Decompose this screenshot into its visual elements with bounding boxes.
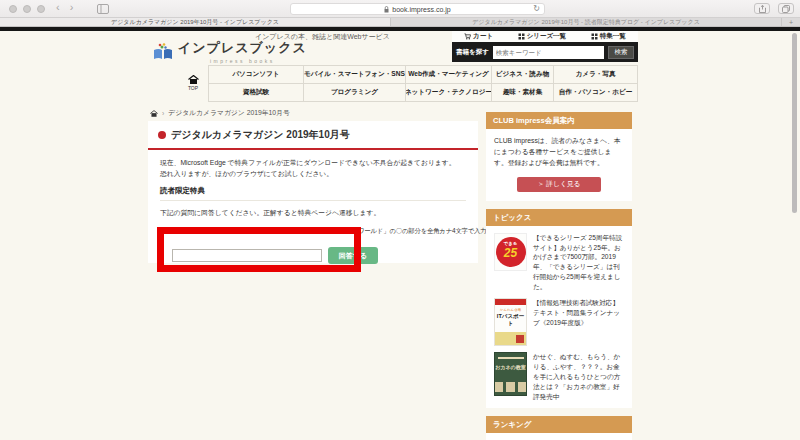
topic-item-dekiru25[interactable]: できる 25 【できるシリーズ 25周年特設サイト】ありがとう25年。おかげさま… xyxy=(494,233,624,292)
new-tab-button[interactable]: + xyxy=(782,18,800,26)
club-impress-panel: CLUB impress会員案内 CLUB impressは、読者のみなさまへ、… xyxy=(486,112,632,201)
search-input[interactable] xyxy=(493,46,604,59)
tab-bonus-blog[interactable]: デジタルカメラマガジン 2019年10月号 - 読者限定特典ブログ - インプレ… xyxy=(391,18,782,26)
nav-item-programming[interactable]: プログラミング xyxy=(304,84,406,102)
logo-title: インプレスブックス xyxy=(178,39,307,57)
search-button[interactable]: 検索 xyxy=(608,46,634,59)
home-icon[interactable] xyxy=(150,110,158,117)
nav-top-label: TOP xyxy=(188,85,198,91)
red-dot-icon xyxy=(158,131,166,139)
search-label: 書籍を探す xyxy=(456,48,489,57)
grid-icon xyxy=(591,33,598,40)
it-passport-title: ITパスポート xyxy=(495,313,526,327)
breadcrumb-current-page: デジタルカメラマガジン 2019年10月号 xyxy=(168,108,289,118)
series-list-link[interactable]: シリーズ一覧 xyxy=(518,32,566,41)
url-text: book.impress.co.jp xyxy=(392,6,450,13)
forward-button[interactable]: › xyxy=(70,1,74,13)
topic-item-it-passport[interactable]: かんたん合格 ITパスポート 【情報処理技術者試験対応】テキスト・問題集ラインナ… xyxy=(494,298,624,346)
tabs-icon xyxy=(782,5,790,13)
minimize-window-button[interactable] xyxy=(23,5,31,13)
club-impress-heading: CLUB impress会員案内 xyxy=(486,112,632,129)
traffic-lights xyxy=(9,5,45,13)
features-list-link[interactable]: 特集一覧 xyxy=(591,32,626,41)
nav-item-business[interactable]: ビジネス・読み物 xyxy=(492,66,554,84)
address-bar[interactable]: book.impress.co.jp ↻ xyxy=(290,3,545,15)
topics-heading: トピックス xyxy=(486,209,632,226)
cart-link-label: カート xyxy=(473,32,493,41)
breadcrumb-separator: › xyxy=(162,110,164,117)
zoom-window-button[interactable] xyxy=(37,5,45,13)
club-details-button[interactable]: ＞ 詳しく見る xyxy=(517,177,601,192)
cart-icon xyxy=(464,33,471,40)
topics-panel: トピックス できる 25 【できるシリーズ 25周年特設サイト】ありがとう25年… xyxy=(486,209,632,409)
edge-notice: 現在、Microsoft Edge で特典ファイルが正常にダウンロードできない不… xyxy=(160,158,466,179)
logo-subtitle: impress books xyxy=(178,58,307,64)
grid-icon xyxy=(518,33,525,40)
tab-bar: デジタルカメラマガジン 2019年10月号 - インプレスブックス デジタルカメ… xyxy=(0,18,800,27)
page-scrollbar[interactable] xyxy=(792,33,797,213)
notice-line-2: 恐れ入りますが、ほかのブラウザにてお試しください。 xyxy=(160,169,466,180)
safari-window: ‹ › book.impress.co.jp ↻ デジタルカメラマガジン 201… xyxy=(0,0,800,440)
tab-current-page[interactable]: デジタルカメラマガジン 2019年10月号 - インプレスブックス xyxy=(0,18,391,26)
it-passport-thumbnail: かんたん合格 ITパスポート xyxy=(494,298,527,346)
club-impress-description: CLUB impressは、読者のみなさまへ、本にまつわる各種サービスをご提供し… xyxy=(494,136,624,169)
okane-no-kyoshitsu-thumbnail: おカネの教室 xyxy=(494,352,527,396)
browser-toolbar: ‹ › book.impress.co.jp ↻ xyxy=(0,0,800,18)
nav-item-hobby-materials[interactable]: 趣味・素材集 xyxy=(492,84,554,102)
webpage: インプレスの本、雑誌と関連Webサービス インプレスブックス impress b… xyxy=(0,27,800,440)
back-button[interactable]: ‹ xyxy=(56,1,60,13)
tab-overview-button[interactable] xyxy=(778,3,794,14)
nav-item-diy-pc-hobby[interactable]: 自作・パソコン・ホビー xyxy=(554,84,638,102)
topic-text: かせぐ、ぬすむ、もらう、かりる、ふやす、？？？。お金を手に入れるもうひとつの方法… xyxy=(533,352,624,401)
topic-text: 【できるシリーズ 25周年特設サイト】ありがとう25年。おかげさまで7500万部… xyxy=(533,233,624,292)
lock-icon xyxy=(384,6,389,13)
nav-item-camera-photo[interactable]: カメラ・写真 xyxy=(554,66,638,84)
nav-item-mobile-sns[interactable]: モバイル・スマートフォン・SNS xyxy=(304,66,406,84)
share-icon xyxy=(759,5,766,13)
ranking-panel: ランキング スタンフォード式 デザイン ♛ 1位 xyxy=(486,416,632,440)
nav-item-pc-software[interactable]: パソコンソフト xyxy=(209,66,304,84)
quiz-instruction: 下記の質問に回答してください。正解すると特典ページへ遷移します。 xyxy=(160,208,466,218)
page-title: デジタルカメラマガジン 2019年10月号 xyxy=(171,128,350,142)
it-passport-subtitle: かんたん合格 xyxy=(495,308,526,312)
features-link-label: 特集一覧 xyxy=(600,32,626,41)
sidebar: CLUB impress会員案内 CLUB impressは、読者のみなさまへ、… xyxy=(486,112,632,440)
share-button[interactable] xyxy=(754,3,770,14)
nav-top-home[interactable]: TOP xyxy=(178,65,208,101)
topic-text: 【情報処理技術者試験対応】テキスト・問題集ラインナップ《2019年度版》 xyxy=(533,298,624,346)
notice-line-1: 現在、Microsoft Edge で特典ファイルが正常にダウンロードできない不… xyxy=(160,158,466,169)
ranking-heading: ランキング xyxy=(486,416,632,433)
nav-item-certification[interactable]: 資格試験 xyxy=(209,84,304,102)
dekiru-badge-number: 25 xyxy=(496,246,526,260)
series-link-label: シリーズ一覧 xyxy=(527,32,566,41)
annotation-highlight-box xyxy=(157,227,361,272)
topic-item-okane[interactable]: おカネの教室 かせぐ、ぬすむ、もらう、かりる、ふやす、？？？。お金を手に入れるも… xyxy=(494,352,624,401)
bonus-section-heading: 読者限定特典 xyxy=(160,186,466,201)
utility-links: カート シリーズ一覧 特集一覧 xyxy=(452,31,638,42)
nav-item-network-tech[interactable]: ネットワーク・テクノロジー xyxy=(406,84,492,102)
article-title-row: デジタルカメラマガジン 2019年10月号 xyxy=(148,121,478,150)
reload-icon[interactable]: ↻ xyxy=(533,4,540,13)
close-window-button[interactable] xyxy=(9,5,17,13)
book-logo-icon xyxy=(152,43,174,61)
site-logo[interactable]: インプレスブックス impress books xyxy=(152,39,307,64)
breadcrumb: › デジタルカメラマガジン 2019年10月号 xyxy=(150,108,290,118)
cart-link[interactable]: カート xyxy=(464,32,493,41)
nav-item-web-marketing[interactable]: Web作成・マーケティング xyxy=(406,66,492,84)
sidebar-toggle-icon[interactable] xyxy=(97,4,109,14)
main-navigation: TOP パソコンソフト モバイル・スマートフォン・SNS Web作成・マーケティ… xyxy=(178,65,638,102)
dekiru-25th-thumbnail: できる 25 xyxy=(494,233,527,271)
okane-title: おカネの教室 xyxy=(495,364,525,370)
book-search-bar: 書籍を探す 検索 xyxy=(452,42,638,62)
site-top-bar xyxy=(0,27,800,31)
home-icon xyxy=(188,75,199,84)
